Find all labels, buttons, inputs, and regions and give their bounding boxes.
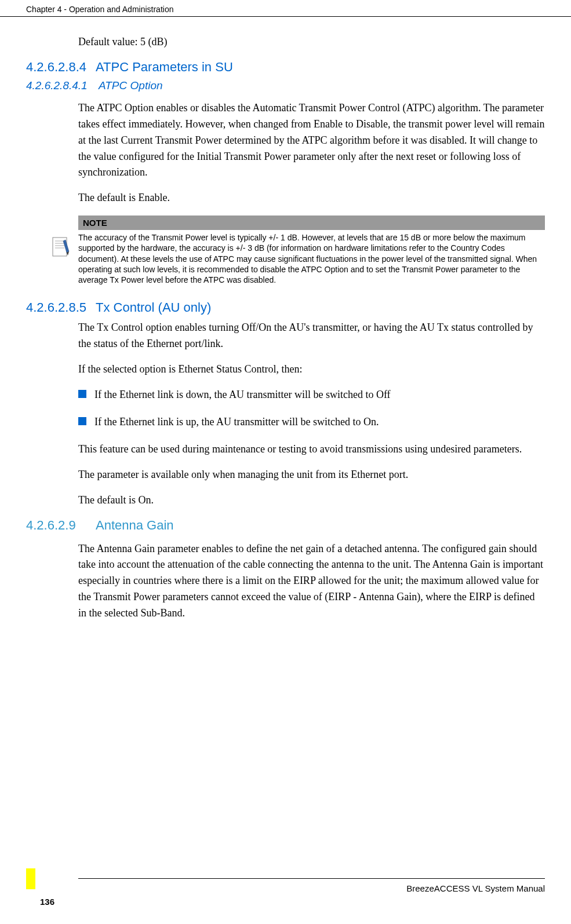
bullet-item: If the Ethernet link is up, the AU trans… xyxy=(78,414,545,430)
section-heading-tx-control: 4.2.6.2.8.5Tx Control (AU only) xyxy=(26,300,545,315)
section-number: 4.2.6.2.9 xyxy=(26,518,96,533)
square-bullet-icon xyxy=(78,390,86,398)
default-value-text: Default value: 5 (dB) xyxy=(78,34,545,50)
page-header: Chapter 4 - Operation and Administration xyxy=(0,0,571,17)
body-paragraph: The default is Enable. xyxy=(78,190,545,206)
body-paragraph: The default is On. xyxy=(78,492,545,509)
body-paragraph: The parameter is available only when man… xyxy=(78,467,545,483)
section-title: Antenna Gain xyxy=(96,518,174,532)
section-number: 4.2.6.2.8.4.1 xyxy=(26,79,99,92)
note-text: The accuracy of the Transmit Power level… xyxy=(78,230,545,287)
bullet-text: If the Ethernet link is down, the AU tra… xyxy=(94,387,391,403)
section-number: 4.2.6.2.8.5 xyxy=(26,300,96,315)
section-title: ATPC Parameters in SU xyxy=(96,60,233,74)
section-heading-atpc-parameters: 4.2.6.2.8.4ATPC Parameters in SU xyxy=(26,60,545,75)
page-footer: BreezeACCESS VL System Manual 136 xyxy=(0,878,571,907)
body-paragraph: The Tx Control option enables turning Of… xyxy=(78,320,545,352)
body-paragraph: The Antenna Gain parameter enables to de… xyxy=(78,541,545,622)
bullet-item: If the Ethernet link is down, the AU tra… xyxy=(78,387,545,403)
section-title: ATPC Option xyxy=(99,79,163,92)
manual-title: BreezeACCESS VL System Manual xyxy=(26,883,545,893)
note-content: NOTE The accuracy of the Transmit Power … xyxy=(78,216,545,287)
note-icon xyxy=(49,216,78,287)
page-number: 136 xyxy=(40,897,54,907)
bullet-text: If the Ethernet link is up, the AU trans… xyxy=(94,414,379,430)
note-box: NOTE The accuracy of the Transmit Power … xyxy=(49,216,545,287)
note-header: NOTE xyxy=(78,216,545,230)
page-content: Default value: 5 (dB) 4.2.6.2.8.4ATPC Pa… xyxy=(0,17,571,622)
section-title: Tx Control (AU only) xyxy=(96,300,211,315)
body-paragraph: The ATPC Option enables or disables the … xyxy=(78,100,545,181)
body-paragraph: If the selected option is Ethernet Statu… xyxy=(78,361,545,378)
footer-divider xyxy=(78,878,545,879)
square-bullet-icon xyxy=(78,417,86,425)
footer-bottom: 136 xyxy=(26,897,545,907)
section-heading-antenna-gain: 4.2.6.2.9Antenna Gain xyxy=(26,518,545,533)
body-paragraph: This feature can be used during maintena… xyxy=(78,441,545,458)
section-number: 4.2.6.2.8.4 xyxy=(26,60,96,75)
yellow-marker xyxy=(26,868,35,889)
section-heading-atpc-option: 4.2.6.2.8.4.1ATPC Option xyxy=(26,79,545,92)
chapter-title: Chapter 4 - Operation and Administration xyxy=(26,5,173,14)
